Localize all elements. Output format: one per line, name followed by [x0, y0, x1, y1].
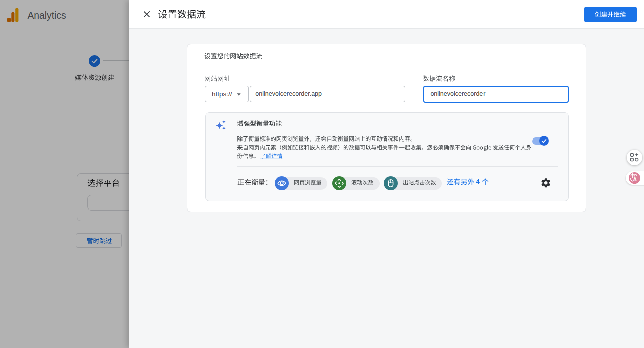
svg-text:A: A — [633, 176, 637, 182]
